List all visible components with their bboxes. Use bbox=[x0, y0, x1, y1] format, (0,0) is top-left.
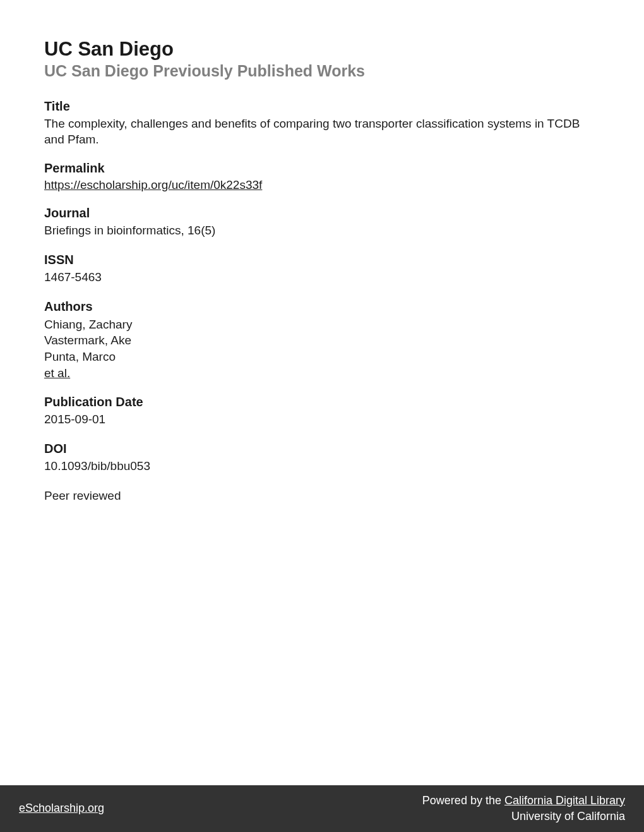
author-item: Punta, Marco bbox=[44, 349, 600, 365]
issn-label: ISSN bbox=[44, 253, 600, 267]
title-text: The complexity, challenges and benefits … bbox=[44, 116, 600, 147]
powered-by-prefix: Powered by the bbox=[422, 794, 504, 807]
permalink-section: Permalink https://escholarship.org/uc/it… bbox=[44, 161, 600, 192]
footer-right-block: Powered by the California Digital Librar… bbox=[422, 793, 625, 824]
escholarship-link[interactable]: eScholarship.org bbox=[19, 802, 104, 815]
page-content: UC San Diego UC San Diego Previously Pub… bbox=[0, 0, 644, 503]
issn-section: ISSN 1467-5463 bbox=[44, 253, 600, 286]
page-footer: eScholarship.org Powered by the Californ… bbox=[0, 785, 644, 832]
authors-label: Authors bbox=[44, 299, 600, 314]
journal-label: Journal bbox=[44, 206, 600, 220]
et-al-link[interactable]: et al. bbox=[44, 365, 600, 382]
peer-reviewed-text: Peer reviewed bbox=[44, 488, 600, 504]
footer-powered-by-line: Powered by the California Digital Librar… bbox=[422, 793, 625, 809]
doi-label: DOI bbox=[44, 442, 600, 456]
university-line: University of California bbox=[511, 810, 625, 823]
authors-list: Chiang, Zachary Vastermark, Ake Punta, M… bbox=[44, 317, 600, 382]
publication-date-label: Publication Date bbox=[44, 395, 600, 409]
cdl-link[interactable]: California Digital Library bbox=[504, 794, 625, 807]
title-label: Title bbox=[44, 99, 600, 114]
authors-section: Authors Chiang, Zachary Vastermark, Ake … bbox=[44, 299, 600, 382]
institution-heading: UC San Diego bbox=[44, 38, 600, 61]
author-item: Vastermark, Ake bbox=[44, 332, 600, 349]
title-section: Title The complexity, challenges and ben… bbox=[44, 99, 600, 147]
doi-section: DOI 10.1093/bib/bbu053 bbox=[44, 442, 600, 474]
permalink-label: Permalink bbox=[44, 161, 600, 176]
publication-date-section: Publication Date 2015-09-01 bbox=[44, 395, 600, 428]
issn-text: 1467-5463 bbox=[44, 270, 600, 286]
author-item: Chiang, Zachary bbox=[44, 317, 600, 333]
permalink-link[interactable]: https://escholarship.org/uc/item/0k22s33… bbox=[44, 178, 600, 192]
journal-section: Journal Briefings in bioinformatics, 16(… bbox=[44, 206, 600, 239]
doi-text: 10.1093/bib/bbu053 bbox=[44, 459, 600, 474]
publication-date-text: 2015-09-01 bbox=[44, 412, 600, 428]
journal-text: Briefings in bioinformatics, 16(5) bbox=[44, 223, 600, 239]
collection-heading: UC San Diego Previously Published Works bbox=[44, 62, 600, 80]
